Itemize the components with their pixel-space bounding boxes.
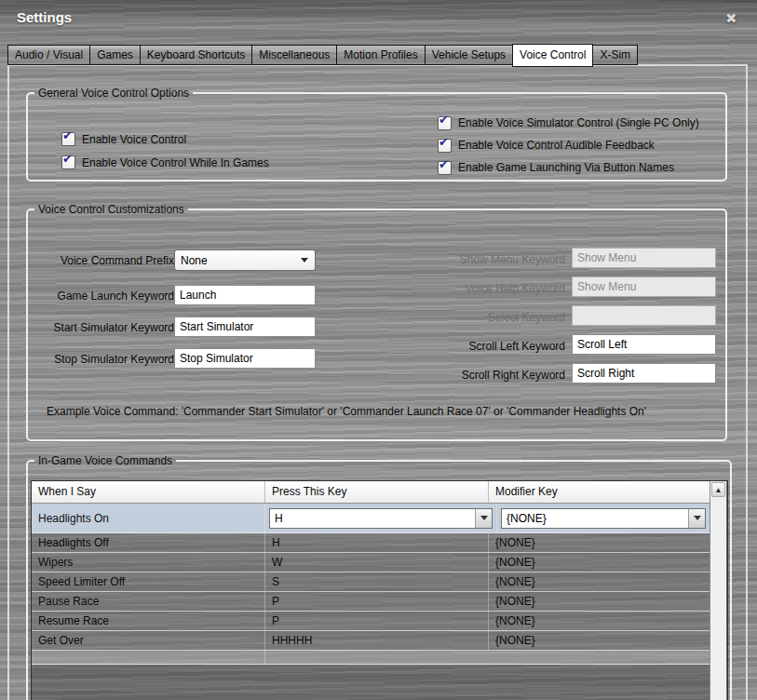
modifier-key-cell[interactable]: {NONE} bbox=[488, 533, 710, 552]
table-row[interactable]: Get Over HHHHH {NONE} bbox=[32, 631, 710, 651]
when-i-say-cell[interactable]: Wipers bbox=[32, 553, 264, 572]
scroll-up-icon[interactable]: ▲ bbox=[711, 482, 725, 497]
checkbox[interactable]: ✔ bbox=[61, 132, 75, 146]
checkbox-row[interactable]: ✔ Enable Game Launching Via Button Names bbox=[438, 156, 699, 179]
checkbox-row[interactable]: ✔ Enable Voice Control Audible Feedback bbox=[438, 134, 699, 156]
group-title: In-Game Voice Commands bbox=[34, 454, 176, 467]
when-i-say-cell[interactable]: Speed Limiter Off bbox=[32, 572, 264, 591]
keyword-input[interactable]: Show Menu bbox=[572, 248, 716, 268]
table-row-selected[interactable]: Headlights On H {NONE} bbox=[32, 504, 710, 533]
press-key-cell[interactable]: HHHHH bbox=[264, 631, 488, 650]
group-ingame-voice-commands: In-Game Voice Commands When I Say Press … bbox=[26, 454, 732, 700]
modifier-key-cell[interactable]: {NONE} bbox=[488, 572, 710, 591]
tab-label: X-Sim bbox=[600, 48, 630, 61]
keyword-input[interactable] bbox=[572, 305, 716, 326]
when-i-say-cell[interactable]: Pause Race bbox=[32, 592, 264, 611]
keyword-input[interactable]: Scroll Left bbox=[572, 334, 716, 355]
tab-label: Miscellaneous bbox=[259, 48, 330, 61]
dropdown-value: {NONE} bbox=[502, 512, 688, 525]
dropdown-button[interactable] bbox=[688, 509, 705, 528]
checkbox-row[interactable]: ✔ Enable Voice Simulator Control (Single… bbox=[438, 112, 699, 134]
press-key-dropdown[interactable]: H bbox=[269, 508, 493, 529]
table-row[interactable]: Headlights Off H {NONE} bbox=[32, 533, 710, 553]
checkbox-label: Enable Voice Control While In Games bbox=[82, 156, 269, 169]
checkbox-row[interactable]: ✔ Enable Voice Control While In Games bbox=[61, 151, 269, 174]
checkmark-icon: ✔ bbox=[439, 158, 449, 170]
close-icon[interactable]: ✖ bbox=[725, 10, 737, 27]
modifier-key-cell[interactable]: {NONE} bbox=[488, 631, 710, 650]
dropdown-arrow-icon bbox=[694, 516, 701, 520]
input-value: Scroll Left bbox=[577, 338, 627, 351]
field-label: Voice Help Keyword bbox=[426, 282, 565, 295]
press-key-cell[interactable]: P bbox=[264, 612, 488, 630]
checkbox[interactable]: ✔ bbox=[61, 155, 75, 169]
tab[interactable]: Keyboard Shortcuts bbox=[140, 45, 252, 65]
input-value: Scroll Right bbox=[577, 367, 634, 380]
modifier-key-cell[interactable]: {NONE} bbox=[488, 592, 710, 611]
vertical-scrollbar[interactable]: ▲ bbox=[710, 481, 726, 700]
modifier-key-cell[interactable]: {NONE} bbox=[488, 553, 710, 572]
checkbox-row[interactable]: ✔ Enable Voice Control bbox=[61, 128, 269, 151]
keyword-input[interactable]: Show Menu bbox=[572, 276, 716, 297]
when-i-say-cell[interactable]: Headlights Off bbox=[32, 533, 264, 552]
keyword-input[interactable]: Launch bbox=[174, 285, 316, 305]
column-header[interactable]: Modifier Key bbox=[488, 481, 710, 503]
dropdown-button[interactable] bbox=[475, 509, 492, 528]
checkbox-column-right: ✔ Enable Voice Simulator Control (Single… bbox=[438, 112, 699, 179]
keyword-field-row: Select Keyword bbox=[426, 303, 723, 332]
dropdown-arrow-icon bbox=[301, 258, 308, 262]
press-key-cell[interactable]: P bbox=[264, 592, 488, 611]
checkbox[interactable]: ✔ bbox=[438, 116, 452, 130]
keyword-input[interactable]: Stop Simulator bbox=[174, 348, 316, 369]
voice-command-prefix-dropdown[interactable]: None bbox=[174, 249, 316, 271]
keyword-field-row: Show Menu Keyword Show Menu bbox=[426, 246, 723, 275]
dropdown-arrow-icon bbox=[480, 516, 488, 520]
tab-label: Vehicle Setups bbox=[432, 48, 506, 61]
keyword-input[interactable]: Start Simulator bbox=[174, 316, 316, 337]
tab-label: Motion Profiles bbox=[344, 48, 417, 61]
tab-bar: Audio / Visual Games Keyboard Shortcuts … bbox=[7, 44, 638, 65]
column-header[interactable]: When I Say bbox=[32, 481, 264, 503]
grid-header-row: When I Say Press This Key Modifier Key bbox=[32, 481, 710, 504]
column-header[interactable]: Press This Key bbox=[264, 481, 488, 503]
keyword-input[interactable]: Scroll Right bbox=[572, 363, 716, 384]
table-row[interactable]: Wipers W {NONE} bbox=[32, 553, 710, 572]
tab[interactable]: Games bbox=[89, 45, 141, 65]
tab-label: Voice Control bbox=[520, 48, 586, 61]
tab[interactable]: X-Sim bbox=[592, 45, 638, 65]
table-row[interactable]: Resume Race P {NONE} bbox=[32, 612, 710, 631]
input-value: Start Simulator bbox=[180, 320, 253, 333]
tab[interactable]: Miscellaneous bbox=[251, 45, 337, 65]
group-title: Voice Control Customizations bbox=[34, 203, 188, 216]
tab[interactable]: Audio / Visual bbox=[7, 45, 90, 65]
modifier-key-cell[interactable]: {NONE} bbox=[488, 612, 710, 630]
tab[interactable]: Voice Control bbox=[512, 44, 593, 67]
checkbox-label: Enable Voice Simulator Control (Single P… bbox=[458, 116, 699, 129]
new-entry-row[interactable] bbox=[32, 651, 710, 665]
keyword-field-row: Start Simulator Keyword Start Simulator bbox=[28, 313, 335, 344]
when-i-say-cell[interactable]: Get Over bbox=[32, 631, 264, 650]
press-key-cell[interactable]: S bbox=[264, 572, 488, 591]
table-row[interactable]: Speed Limiter Off S {NONE} bbox=[32, 572, 710, 592]
when-i-say-cell[interactable]: Resume Race bbox=[32, 612, 264, 630]
tab[interactable]: Motion Profiles bbox=[336, 45, 425, 65]
modifier-key-dropdown[interactable]: {NONE} bbox=[501, 508, 706, 529]
tab-label: Audio / Visual bbox=[15, 48, 83, 61]
keyword-field-row: Scroll Right Keyword Scroll Right bbox=[426, 361, 723, 390]
group-title: General Voice Control Options bbox=[34, 87, 193, 100]
empty-cell bbox=[264, 651, 489, 664]
input-value: Show Menu bbox=[577, 251, 636, 264]
when-i-say-cell[interactable]: Headlights On bbox=[32, 512, 264, 525]
tab[interactable]: Vehicle Setups bbox=[425, 45, 513, 65]
checkbox[interactable]: ✔ bbox=[438, 161, 452, 175]
page-title: Settings bbox=[17, 9, 72, 25]
tab-label: Games bbox=[97, 48, 133, 61]
checkbox[interactable]: ✔ bbox=[438, 139, 452, 153]
table-row[interactable]: Pause Race P {NONE} bbox=[32, 592, 710, 612]
keyword-field-row: Scroll Left Keyword Scroll Left bbox=[426, 332, 723, 361]
field-label: Scroll Right Keyword bbox=[426, 369, 565, 382]
voice-commands-grid: When I Say Press This Key Modifier Key H… bbox=[31, 480, 728, 700]
tab-label: Keyboard Shortcuts bbox=[147, 48, 245, 61]
press-key-cell[interactable]: H bbox=[264, 533, 488, 552]
press-key-cell[interactable]: W bbox=[264, 553, 488, 572]
